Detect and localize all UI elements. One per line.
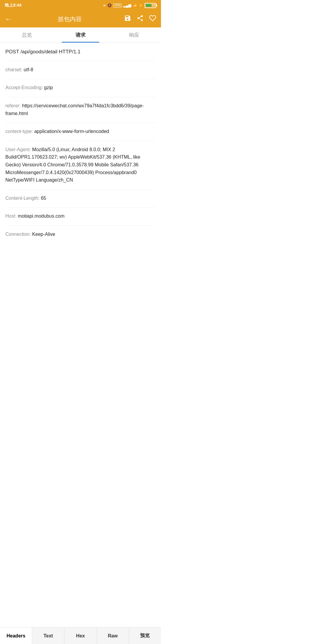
request-line: POST /api/goods/detail HTTP/1.1 bbox=[5, 48, 156, 55]
header-key-user-agent: User-Agent: bbox=[5, 147, 32, 152]
signal-icon: ▂▄▆ bbox=[123, 3, 131, 7]
tab-request[interactable]: 请求 bbox=[54, 27, 107, 43]
share-button[interactable] bbox=[137, 15, 144, 24]
header-host: Host: motiapi.modubus.com bbox=[5, 207, 156, 220]
header-key-charset: charset: bbox=[5, 67, 24, 72]
status-time: 晚上8:44 bbox=[5, 3, 21, 8]
header-value-content-type: application/x-www-form-urlencoded bbox=[34, 129, 109, 134]
header-key-host: Host: bbox=[5, 213, 18, 219]
nav-actions bbox=[124, 15, 156, 24]
status-icons: ∗ 🔕 VPN ▂▄▆ 📶 ⚡ 33 bbox=[103, 3, 156, 8]
header-referer: referer: https://servicewechat.com/wx79a… bbox=[5, 97, 156, 117]
tab-overview[interactable]: 总览 bbox=[0, 27, 54, 43]
tab-bar: 总览 请求 响应 bbox=[0, 27, 161, 43]
header-accept-encoding: Accept-Encoding: gzip bbox=[5, 79, 156, 92]
nav-bar: ← 抓包内容 bbox=[0, 11, 161, 27]
header-value-host: motiapi.modubus.com bbox=[18, 213, 65, 219]
header-value-charset: utf-8 bbox=[24, 67, 33, 72]
wifi-icon: 📶 bbox=[133, 3, 137, 7]
header-key-connection: Connection: bbox=[5, 232, 32, 237]
header-value-accept-encoding: gzip bbox=[44, 85, 53, 90]
back-button[interactable]: ← bbox=[5, 15, 12, 23]
header-key-accept-encoding: Accept-Encoding: bbox=[5, 85, 44, 90]
header-content-type: content-type: application/x-www-form-url… bbox=[5, 123, 156, 135]
header-value-user-agent: Mozilla/5.0 (Linux; Android 8.0.0; MIX 2… bbox=[5, 147, 140, 182]
favorite-button[interactable] bbox=[149, 15, 156, 24]
header-key-content-type: content-type: bbox=[5, 129, 34, 134]
save-button[interactable] bbox=[124, 15, 131, 24]
header-content-length: Content-Length: 65 bbox=[5, 189, 156, 202]
bluetooth-icon: ∗ bbox=[103, 3, 106, 7]
header-value-referer: https://servicewechat.com/wx79a7f4da1fc3… bbox=[5, 103, 144, 116]
mute-icon: 🔕 bbox=[107, 3, 112, 7]
header-key-content-length: Content-Length: bbox=[5, 196, 41, 201]
nav-title: 抓包内容 bbox=[16, 15, 124, 23]
header-user-agent: User-Agent: Mozilla/5.0 (Linux; Android … bbox=[5, 141, 156, 184]
battery-level: 33 bbox=[152, 4, 155, 7]
header-value-content-length: 65 bbox=[41, 196, 46, 201]
header-connection: Connection: Keep-Alive bbox=[5, 225, 156, 238]
header-key-referer: referer: bbox=[5, 103, 22, 108]
vpn-badge: VPN bbox=[113, 4, 122, 7]
charge-icon: ⚡ bbox=[139, 3, 143, 7]
tab-response[interactable]: 响应 bbox=[107, 27, 161, 43]
battery-indicator: 33 bbox=[145, 3, 156, 8]
status-bar: 晚上8:44 ∗ 🔕 VPN ▂▄▆ 📶 ⚡ 33 bbox=[0, 0, 161, 11]
request-content: POST /api/goods/detail HTTP/1.1 charset:… bbox=[0, 43, 161, 267]
header-value-connection: Keep-Alive bbox=[32, 232, 55, 237]
header-charset: charset: utf-8 bbox=[5, 61, 156, 74]
